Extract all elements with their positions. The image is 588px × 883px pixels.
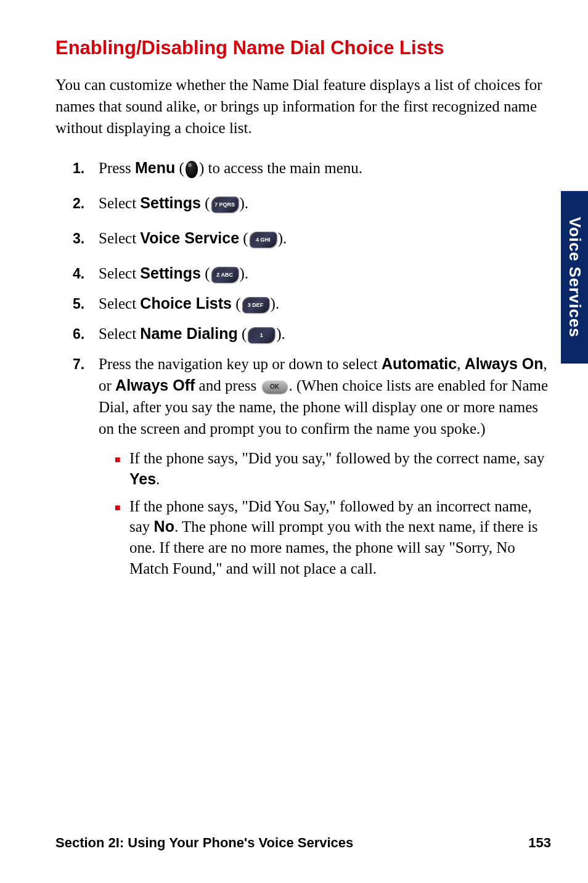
ok-label: OK [270, 383, 279, 391]
nav-key-icon [186, 161, 198, 178]
text: ( [201, 265, 210, 282]
step-body: Press Menu () to access the main menu. [99, 157, 551, 179]
step-1: 1. Press Menu () to access the main menu… [73, 157, 551, 179]
step-3: 3. Select Voice Service (4 GHI). [73, 227, 551, 249]
key-4-icon: 4 GHI [250, 232, 277, 248]
text: ). [240, 265, 249, 282]
text: . [156, 471, 160, 487]
text: ) to access the main menu. [199, 160, 362, 176]
voice-service-bold: Voice Service [140, 229, 239, 246]
steps-list: 1. Press Menu () to access the main menu… [55, 157, 551, 585]
key-label: 4 GHI [256, 236, 271, 244]
text: ( [239, 230, 248, 246]
text: ). [278, 230, 287, 246]
step-body: Select Voice Service (4 GHI). [99, 227, 551, 249]
choice-lists-bold: Choice Lists [140, 295, 232, 312]
page-title: Enabling/Disabling Name Dial Choice List… [55, 37, 551, 59]
key-7-icon: 7 PQRS [211, 197, 239, 213]
text: ( [201, 195, 210, 211]
text: Press [99, 160, 135, 176]
text: ). [271, 295, 280, 312]
bullet-2: ■ If the phone says, "Did You Say," foll… [115, 496, 551, 579]
name-dialing-bold: Name Dialing [140, 325, 237, 342]
settings-bold: Settings [140, 264, 201, 282]
step-number: 5. [73, 293, 99, 314]
step-number: 1. [73, 157, 99, 178]
text: Press the navigation key up or down to s… [99, 356, 382, 372]
text: ). [240, 195, 249, 211]
page-number: 153 [528, 835, 551, 851]
text: Select [99, 195, 140, 211]
text: Select [99, 265, 140, 282]
step-number: 6. [73, 323, 99, 344]
ok-key-icon: OK [262, 380, 288, 394]
key-label: 7 PQRS [214, 201, 235, 209]
page-footer: Section 2I: Using Your Phone's Voice Ser… [55, 835, 551, 851]
section-label: Section 2I: Using Your Phone's Voice Ser… [55, 835, 353, 851]
text: ( [238, 325, 247, 342]
settings-bold: Settings [140, 194, 201, 211]
intro-paragraph: You can customize whether the Name Dial … [55, 74, 551, 139]
step-6: 6. Select Name Dialing (1). [73, 323, 551, 344]
text: ). [276, 325, 285, 342]
step-4: 4. Select Settings (2 ABC). [73, 262, 551, 284]
side-tab: Voice Services [561, 191, 588, 364]
text: Select [99, 325, 140, 342]
side-tab-label: Voice Services [565, 217, 584, 338]
text: and press [195, 377, 260, 394]
text: Select [99, 295, 140, 312]
bullet-1: ■ If the phone says, "Did you say," foll… [115, 448, 551, 490]
menu-bold: Menu [135, 159, 175, 176]
step-body: Select Settings (7 PQRS). [99, 192, 551, 214]
step-body: Select Choice Lists (3 DEF). [99, 293, 551, 314]
key-1-icon: 1 [248, 327, 275, 343]
key-label: 3 DEF [248, 301, 264, 309]
step-body: Select Name Dialing (1). [99, 323, 551, 344]
step-number: 4. [73, 262, 99, 283]
step-body: Press the navigation key up or down to s… [99, 353, 551, 585]
sub-bullet-list: ■ If the phone says, "Did you say," foll… [99, 448, 551, 579]
step-2: 2. Select Settings (7 PQRS). [73, 192, 551, 214]
step-number: 7. [73, 353, 99, 374]
yes-bold: Yes [129, 470, 156, 487]
bullet-marker-icon: ■ [115, 496, 129, 515]
step-body: Select Settings (2 ABC). [99, 262, 551, 284]
text: ( [175, 160, 184, 176]
key-label: 2 ABC [216, 271, 233, 279]
step-number: 2. [73, 192, 99, 213]
key-3-icon: 3 DEF [242, 297, 269, 313]
always-off-bold: Always Off [115, 376, 195, 394]
key-2-icon: 2 ABC [211, 267, 239, 283]
automatic-bold: Automatic [382, 355, 457, 372]
text: , [457, 356, 465, 372]
step-5: 5. Select Choice Lists (3 DEF). [73, 293, 551, 314]
bullet-body: If the phone says, "Did You Say," follow… [129, 496, 551, 579]
text: If the phone says, "Did you say," follow… [129, 450, 544, 466]
bullet-marker-icon: ■ [115, 448, 129, 466]
no-bold: No [154, 518, 174, 535]
key-label: 1 [260, 332, 263, 340]
bullet-body: If the phone says, "Did you say," follow… [129, 448, 551, 490]
text: Select [99, 230, 140, 246]
step-number: 3. [73, 227, 99, 248]
text: . The phone will prompt you with the nex… [129, 518, 538, 577]
always-on-bold: Always On [465, 355, 544, 372]
step-7: 7. Press the navigation key up or down t… [73, 353, 551, 585]
text: ( [232, 295, 241, 312]
